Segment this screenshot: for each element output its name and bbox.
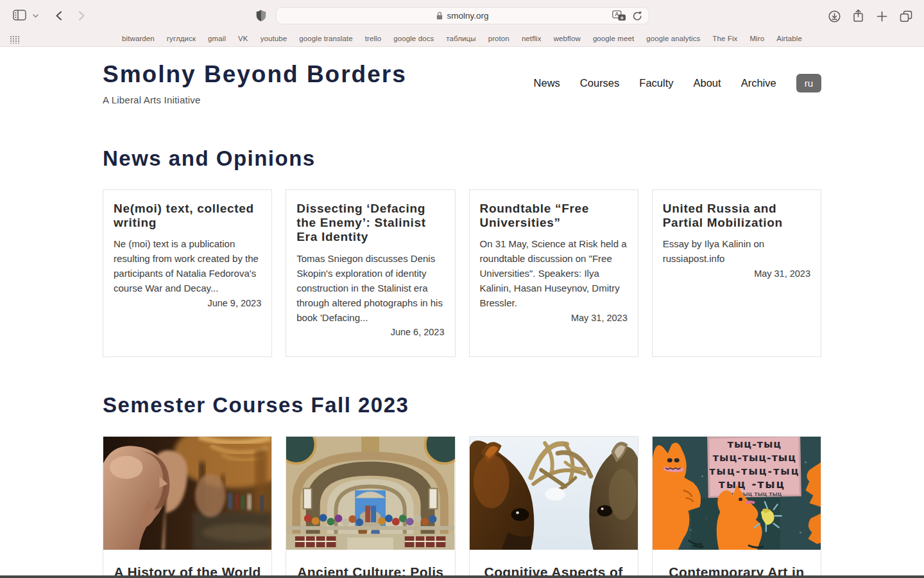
news-card-excerpt: Essay by Ilya Kalinin on russiapost.info bbox=[663, 237, 810, 267]
nav-item-news[interactable]: News bbox=[534, 77, 560, 89]
main-nav: News Courses Faculty About Archive ru bbox=[534, 74, 821, 92]
address-url: smolny.org bbox=[447, 11, 488, 21]
sidebar-toggle-icon[interactable] bbox=[13, 10, 26, 21]
lock-icon bbox=[436, 12, 443, 20]
browser-window: smolny.org A я bbox=[0, 0, 924, 578]
bookmarks-bar: bitwarden гуглдиск gmail VK youtube goog… bbox=[0, 30, 924, 47]
courses-grid: A History of the World bbox=[103, 436, 821, 575]
svg-text:тыц-тыц-тыц: тыц-тыц-тыц bbox=[709, 464, 800, 477]
course-card[interactable]: Ancient Culture: Polis bbox=[286, 436, 455, 575]
sidebar-chevron-down-icon[interactable] bbox=[33, 14, 38, 18]
course-image-roman-busts bbox=[103, 437, 271, 550]
bookmark-item[interactable]: webflow bbox=[554, 35, 581, 42]
browser-toolbar: smolny.org A я bbox=[0, 0, 924, 30]
tab-overview-icon[interactable] bbox=[900, 10, 912, 22]
bookmark-item[interactable]: google analytics bbox=[646, 35, 700, 42]
reload-icon[interactable] bbox=[633, 11, 642, 21]
news-card-date: May 31, 2023 bbox=[480, 313, 628, 323]
news-card-title: Ne(moi) text, collected writing bbox=[114, 202, 261, 231]
news-card-title: United Russia and Partial Mobilization bbox=[663, 202, 810, 231]
address-bar[interactable]: smolny.org A я bbox=[276, 7, 649, 24]
bookmark-item[interactable]: Miro bbox=[749, 35, 764, 42]
news-card-date: June 6, 2023 bbox=[296, 327, 444, 337]
site-subtitle: A Liberal Arts Initiative bbox=[103, 94, 407, 105]
bookmark-item[interactable]: gmail bbox=[208, 35, 226, 42]
nav-item-faculty[interactable]: Faculty bbox=[639, 77, 673, 89]
svg-text:я: я bbox=[620, 15, 623, 20]
news-card[interactable]: Dissecting ‘Defacing the Enemy’: Stalini… bbox=[286, 189, 455, 357]
nav-item-courses[interactable]: Courses bbox=[580, 77, 619, 89]
favorites-grid-icon[interactable] bbox=[10, 35, 20, 46]
bookmark-item[interactable]: гуглдиск bbox=[167, 35, 196, 42]
bookmark-item[interactable]: proton bbox=[488, 35, 509, 42]
news-card-title: Roundtable “Free Universities” bbox=[480, 202, 628, 231]
news-card-excerpt: Ne (moi) text is a publication resulting… bbox=[114, 237, 261, 296]
svg-text:тыц -тыц: тыц -тыц bbox=[719, 477, 785, 490]
bookmark-item[interactable]: google docs bbox=[393, 35, 434, 42]
bookmark-item[interactable]: google translate bbox=[299, 35, 352, 42]
bookmark-item[interactable]: trello bbox=[365, 35, 382, 42]
course-card[interactable]: Cognitive Aspects of bbox=[469, 436, 638, 575]
translate-icon[interactable]: A я bbox=[612, 10, 626, 21]
course-card-title: Ancient Culture: Polis bbox=[286, 565, 454, 575]
page-content: Smolny Beyond Borders A Liberal Arts Ini… bbox=[0, 47, 924, 575]
screen-bottom-edge bbox=[0, 575, 924, 578]
svg-text:тыц-тыц: тыц-тыц bbox=[728, 437, 782, 450]
site-header: Smolny Beyond Borders A Liberal Arts Ini… bbox=[103, 47, 821, 105]
news-heading: News and Opinions bbox=[103, 146, 821, 171]
bookmark-item[interactable]: таблицы bbox=[446, 35, 475, 42]
news-card-date: May 31, 2023 bbox=[663, 268, 810, 279]
svg-text:тыц-тыц-тыц: тыц-тыц-тыц bbox=[713, 451, 796, 463]
site-title: Smolny Beyond Borders bbox=[103, 61, 407, 89]
news-card-excerpt: On 31 May, Science at Risk held a roundt… bbox=[480, 237, 628, 311]
bookmark-item[interactable]: The Fix bbox=[712, 35, 737, 42]
news-card-date: June 9, 2023 bbox=[114, 298, 261, 308]
news-section: News and Opinions Ne(moi) text, collecte… bbox=[103, 146, 821, 357]
new-tab-icon[interactable] bbox=[877, 11, 887, 22]
news-card[interactable]: Roundtable “Free Universities” On 31 May… bbox=[469, 189, 638, 357]
bookmark-item[interactable]: bitwarden bbox=[122, 35, 155, 42]
course-image-deer-fighting bbox=[470, 437, 638, 550]
bookmark-item[interactable]: Airtable bbox=[776, 35, 802, 42]
course-card-title: Cognitive Aspects of bbox=[470, 565, 638, 575]
news-card[interactable]: United Russia and Partial Mobilization E… bbox=[652, 189, 821, 357]
courses-heading: Semester Courses Fall 2023 bbox=[103, 393, 821, 417]
course-card-title: A History of the World bbox=[103, 565, 271, 575]
nav-item-about[interactable]: About bbox=[694, 77, 721, 89]
course-card[interactable]: тыц-тыц тыц-тыц-тыц тыц-тыц-тыц тыц -тыц… bbox=[652, 436, 821, 575]
news-card-excerpt: Tomas Sniegon discusses Denis Skopin's e… bbox=[296, 252, 444, 326]
bookmark-item[interactable]: VK bbox=[238, 35, 248, 42]
back-button-icon[interactable] bbox=[55, 11, 63, 21]
forward-button-icon[interactable] bbox=[78, 11, 85, 21]
course-card-title: Contemporary Art in bbox=[653, 565, 821, 575]
downloads-icon[interactable] bbox=[828, 10, 841, 22]
news-card-title: Dissecting ‘Defacing the Enemy’: Stalini… bbox=[296, 202, 444, 245]
share-icon[interactable] bbox=[853, 9, 864, 22]
svg-text:A: A bbox=[615, 11, 619, 17]
courses-section: Semester Courses Fall 2023 bbox=[103, 393, 821, 575]
nav-item-archive[interactable]: Archive bbox=[741, 77, 776, 89]
bookmarks-list: bitwarden гуглдиск gmail VK youtube goog… bbox=[122, 35, 802, 42]
bookmark-item[interactable]: google meet bbox=[593, 35, 634, 42]
news-card[interactable]: Ne(moi) text, collected writing Ne (moi)… bbox=[103, 189, 272, 357]
course-card[interactable]: A History of the World bbox=[103, 436, 272, 575]
course-image-school-of-athens bbox=[286, 437, 454, 550]
course-image-tyts-painting: тыц-тыц тыц-тыц-тыц тыц-тыц-тыц тыц -тыц… bbox=[653, 437, 821, 550]
news-grid: Ne(moi) text, collected writing Ne (moi)… bbox=[103, 189, 821, 357]
language-toggle-button[interactable]: ru bbox=[796, 74, 821, 92]
bookmark-item[interactable]: youtube bbox=[261, 35, 287, 42]
privacy-shield-icon[interactable] bbox=[256, 10, 266, 22]
bookmark-item[interactable]: netflix bbox=[522, 35, 542, 42]
